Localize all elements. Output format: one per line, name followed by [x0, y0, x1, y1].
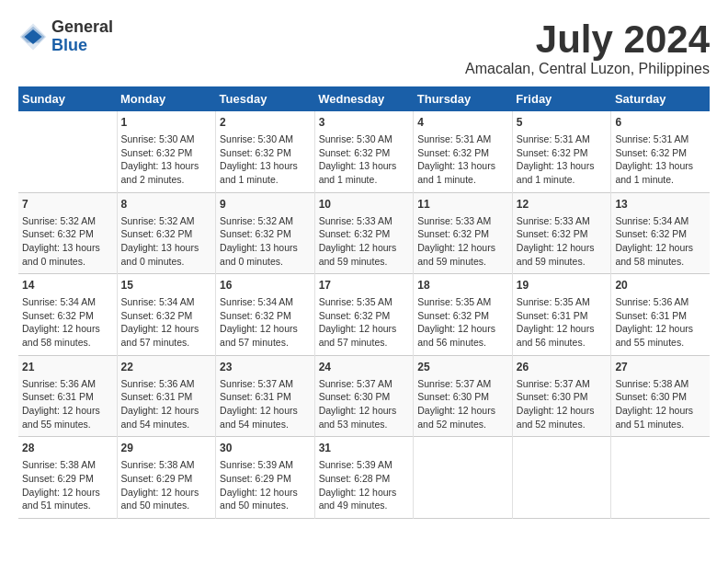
- col-header-thursday: Thursday: [414, 86, 513, 111]
- day-info-line: Daylight: 13 hours: [121, 241, 212, 255]
- calendar-cell: 27Sunrise: 5:38 AMSunset: 6:30 PMDayligh…: [611, 355, 710, 437]
- col-header-saturday: Saturday: [611, 86, 710, 111]
- calendar-week-4: 21Sunrise: 5:36 AMSunset: 6:31 PMDayligh…: [18, 355, 710, 437]
- day-number: 2: [220, 115, 311, 131]
- day-info-line: Sunrise: 5:30 AM: [319, 132, 410, 146]
- day-info-line: Sunrise: 5:33 AM: [417, 214, 508, 228]
- day-info-line: and 59 minutes.: [319, 255, 410, 269]
- day-number: 22: [121, 360, 212, 375]
- day-info-line: Daylight: 13 hours: [220, 159, 311, 173]
- day-info-line: Sunset: 6:32 PM: [615, 146, 706, 160]
- calendar-cell: 28Sunrise: 5:38 AMSunset: 6:29 PMDayligh…: [18, 437, 117, 519]
- calendar-week-3: 14Sunrise: 5:34 AMSunset: 6:32 PMDayligh…: [18, 274, 710, 356]
- day-info-line: and 55 minutes.: [22, 418, 113, 431]
- calendar-cell: 2Sunrise: 5:30 AMSunset: 6:32 PMDaylight…: [216, 111, 315, 192]
- calendar-cell: 23Sunrise: 5:37 AMSunset: 6:31 PMDayligh…: [216, 355, 315, 437]
- day-number: 7: [22, 197, 113, 213]
- calendar-cell: 3Sunrise: 5:30 AMSunset: 6:32 PMDaylight…: [314, 111, 414, 192]
- day-info-line: and 0 minutes.: [121, 255, 212, 269]
- day-info-line: Daylight: 12 hours: [615, 322, 706, 336]
- day-info-line: Sunrise: 5:38 AM: [121, 458, 212, 472]
- calendar-cell: 29Sunrise: 5:38 AMSunset: 6:29 PMDayligh…: [117, 437, 216, 519]
- day-info-line: Daylight: 12 hours: [220, 486, 311, 500]
- calendar-cell: 11Sunrise: 5:33 AMSunset: 6:32 PMDayligh…: [414, 192, 513, 274]
- day-number: 29: [121, 441, 212, 456]
- calendar-cell: 19Sunrise: 5:35 AMSunset: 6:31 PMDayligh…: [512, 274, 611, 356]
- day-info-line: Sunset: 6:29 PM: [220, 472, 311, 486]
- day-info-line: Sunset: 6:31 PM: [22, 390, 113, 404]
- day-info-line: Sunset: 6:31 PM: [517, 309, 608, 323]
- day-info-line: Sunrise: 5:37 AM: [417, 377, 508, 391]
- day-info-line: Sunrise: 5:30 AM: [220, 132, 311, 146]
- day-info-line: Sunrise: 5:34 AM: [615, 214, 706, 228]
- logo-general-text: General: [51, 18, 113, 37]
- logo-blue-text: Blue: [51, 37, 113, 55]
- day-info-line: Sunrise: 5:36 AM: [22, 377, 113, 391]
- day-info-line: and 57 minutes.: [319, 336, 410, 350]
- calendar-cell: 5Sunrise: 5:31 AMSunset: 6:32 PMDaylight…: [512, 111, 611, 192]
- calendar-cell: 7Sunrise: 5:32 AMSunset: 6:32 PMDaylight…: [18, 192, 117, 274]
- day-info-line: and 58 minutes.: [22, 336, 113, 350]
- day-info-line: Sunset: 6:32 PM: [220, 227, 311, 241]
- day-number: 15: [121, 278, 212, 293]
- day-info-line: Sunrise: 5:32 AM: [220, 214, 311, 228]
- day-number: 20: [615, 278, 706, 293]
- day-number: 13: [615, 197, 706, 213]
- day-number: 25: [417, 360, 508, 375]
- day-number: 31: [319, 441, 410, 456]
- calendar-body: 1Sunrise: 5:30 AMSunset: 6:32 PMDaylight…: [18, 111, 710, 518]
- day-info-line: and 52 minutes.: [517, 418, 608, 431]
- col-header-monday: Monday: [117, 86, 216, 111]
- day-info-line: and 51 minutes.: [615, 418, 706, 431]
- day-info-line: Sunset: 6:32 PM: [319, 309, 410, 323]
- day-info-line: Daylight: 12 hours: [121, 404, 212, 418]
- calendar-cell: 21Sunrise: 5:36 AMSunset: 6:31 PMDayligh…: [18, 355, 117, 437]
- logo: General Blue: [18, 18, 113, 55]
- calendar-cell: 16Sunrise: 5:34 AMSunset: 6:32 PMDayligh…: [216, 274, 315, 356]
- day-info-line: Sunset: 6:32 PM: [319, 227, 410, 241]
- calendar-cell: 14Sunrise: 5:34 AMSunset: 6:32 PMDayligh…: [18, 274, 117, 356]
- day-info-line: and 1 minute.: [417, 173, 508, 187]
- calendar-week-5: 28Sunrise: 5:38 AMSunset: 6:29 PMDayligh…: [18, 437, 710, 519]
- day-info-line: Sunset: 6:29 PM: [22, 472, 113, 486]
- day-number: 16: [220, 278, 311, 293]
- day-number: 1: [121, 115, 212, 131]
- day-number: 3: [319, 115, 410, 131]
- col-header-sunday: Sunday: [18, 86, 117, 111]
- day-info-line: and 51 minutes.: [22, 499, 113, 512]
- day-info-line: Sunrise: 5:33 AM: [319, 214, 410, 228]
- day-info-line: Sunset: 6:32 PM: [121, 227, 212, 241]
- day-info-line: and 57 minutes.: [121, 336, 212, 350]
- day-info-line: Daylight: 12 hours: [517, 404, 608, 418]
- day-info-line: Sunset: 6:32 PM: [417, 309, 508, 323]
- day-info-line: Sunrise: 5:37 AM: [220, 377, 311, 391]
- day-info-line: Sunset: 6:32 PM: [220, 146, 311, 160]
- day-number: 26: [517, 360, 608, 375]
- day-info-line: and 52 minutes.: [417, 418, 508, 431]
- calendar-cell: 26Sunrise: 5:37 AMSunset: 6:30 PMDayligh…: [512, 355, 611, 437]
- day-info-line: Daylight: 12 hours: [319, 404, 410, 418]
- day-info-line: Sunset: 6:30 PM: [615, 390, 706, 404]
- day-info-line: Daylight: 12 hours: [319, 241, 410, 255]
- day-info-line: Daylight: 12 hours: [517, 322, 608, 336]
- day-info-line: and 1 minute.: [615, 173, 706, 187]
- day-info-line: Daylight: 12 hours: [319, 486, 410, 500]
- day-info-line: Daylight: 12 hours: [417, 404, 508, 418]
- day-number: 11: [417, 197, 508, 213]
- calendar-cell: 1Sunrise: 5:30 AMSunset: 6:32 PMDaylight…: [117, 111, 216, 192]
- day-info-line: and 49 minutes.: [319, 499, 410, 512]
- day-info-line: Sunrise: 5:34 AM: [220, 295, 311, 309]
- day-info-line: Sunrise: 5:33 AM: [517, 214, 608, 228]
- day-info-line: and 0 minutes.: [22, 255, 113, 269]
- day-info-line: Sunrise: 5:30 AM: [121, 132, 212, 146]
- col-header-wednesday: Wednesday: [314, 86, 414, 111]
- day-info-line: Daylight: 12 hours: [22, 404, 113, 418]
- calendar-cell: 31Sunrise: 5:39 AMSunset: 6:28 PMDayligh…: [314, 437, 414, 519]
- day-info-line: Daylight: 13 hours: [517, 159, 608, 173]
- day-info-line: and 54 minutes.: [121, 418, 212, 431]
- day-info-line: Sunset: 6:31 PM: [121, 390, 212, 404]
- day-info-line: Sunrise: 5:34 AM: [121, 295, 212, 309]
- day-number: 30: [220, 441, 311, 456]
- day-number: 19: [517, 278, 608, 293]
- logo-text: General Blue: [51, 18, 113, 55]
